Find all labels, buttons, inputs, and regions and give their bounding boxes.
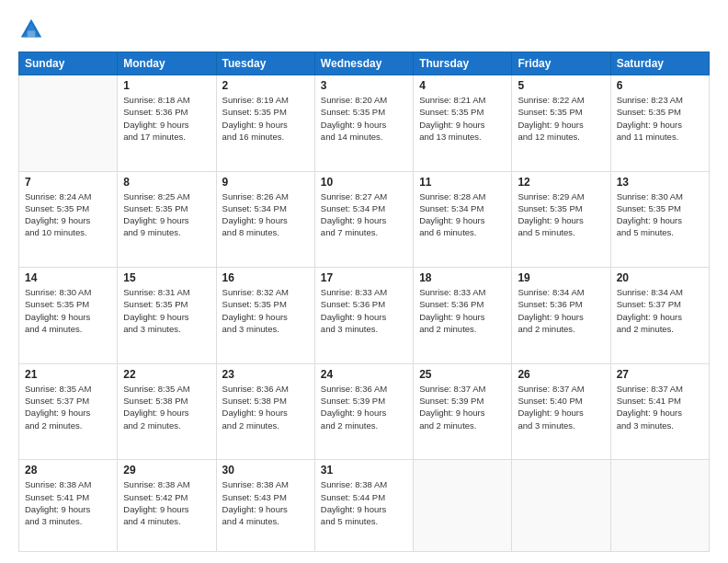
day-info: Sunrise: 8:34 AM Sunset: 5:36 PM Dayligh… bbox=[518, 286, 604, 335]
calendar-cell: 16Sunrise: 8:32 AM Sunset: 5:35 PM Dayli… bbox=[216, 268, 314, 364]
day-info: Sunrise: 8:36 AM Sunset: 5:38 PM Dayligh… bbox=[222, 383, 309, 431]
day-number: 7 bbox=[25, 176, 111, 189]
calendar-cell: 24Sunrise: 8:36 AM Sunset: 5:39 PM Dayli… bbox=[314, 363, 413, 460]
day-info: Sunrise: 8:24 AM Sunset: 5:35 PM Dayligh… bbox=[25, 190, 111, 239]
calendar-cell: 3Sunrise: 8:20 AM Sunset: 5:35 PM Daylig… bbox=[314, 75, 413, 172]
day-info: Sunrise: 8:26 AM Sunset: 5:34 PM Dayligh… bbox=[222, 190, 309, 239]
day-info: Sunrise: 8:36 AM Sunset: 5:39 PM Dayligh… bbox=[321, 383, 407, 431]
calendar-cell: 14Sunrise: 8:30 AM Sunset: 5:35 PM Dayli… bbox=[19, 268, 118, 364]
calendar-cell: 20Sunrise: 8:34 AM Sunset: 5:37 PM Dayli… bbox=[610, 268, 709, 364]
day-info: Sunrise: 8:32 AM Sunset: 5:35 PM Dayligh… bbox=[222, 286, 309, 335]
day-header-monday: Monday bbox=[118, 52, 216, 75]
day-number: 4 bbox=[419, 79, 506, 92]
calendar-cell: 19Sunrise: 8:34 AM Sunset: 5:36 PM Dayli… bbox=[512, 268, 610, 364]
day-info: Sunrise: 8:20 AM Sunset: 5:35 PM Dayligh… bbox=[321, 94, 407, 143]
day-info: Sunrise: 8:29 AM Sunset: 5:35 PM Dayligh… bbox=[518, 190, 604, 239]
day-number: 30 bbox=[222, 464, 309, 477]
calendar-cell: 10Sunrise: 8:27 AM Sunset: 5:34 PM Dayli… bbox=[314, 171, 413, 268]
day-info: Sunrise: 8:30 AM Sunset: 5:35 PM Dayligh… bbox=[617, 190, 703, 239]
day-number: 17 bbox=[321, 271, 407, 284]
day-number: 21 bbox=[25, 368, 111, 381]
day-number: 25 bbox=[419, 368, 506, 381]
calendar-cell: 23Sunrise: 8:36 AM Sunset: 5:38 PM Dayli… bbox=[216, 363, 314, 460]
day-info: Sunrise: 8:33 AM Sunset: 5:36 PM Dayligh… bbox=[419, 286, 506, 335]
calendar-cell bbox=[19, 75, 118, 172]
calendar-cell: 28Sunrise: 8:38 AM Sunset: 5:41 PM Dayli… bbox=[19, 460, 118, 552]
day-number: 15 bbox=[123, 271, 210, 284]
calendar-cell: 2Sunrise: 8:19 AM Sunset: 5:35 PM Daylig… bbox=[216, 75, 314, 172]
day-info: Sunrise: 8:21 AM Sunset: 5:35 PM Dayligh… bbox=[419, 94, 506, 143]
calendar-cell: 9Sunrise: 8:26 AM Sunset: 5:34 PM Daylig… bbox=[216, 171, 314, 268]
day-info: Sunrise: 8:22 AM Sunset: 5:35 PM Dayligh… bbox=[518, 94, 604, 143]
day-info: Sunrise: 8:33 AM Sunset: 5:36 PM Dayligh… bbox=[321, 286, 407, 335]
day-info: Sunrise: 8:25 AM Sunset: 5:35 PM Dayligh… bbox=[123, 190, 210, 239]
day-info: Sunrise: 8:35 AM Sunset: 5:38 PM Dayligh… bbox=[123, 383, 210, 431]
calendar-cell: 29Sunrise: 8:38 AM Sunset: 5:42 PM Dayli… bbox=[118, 460, 216, 552]
day-info: Sunrise: 8:31 AM Sunset: 5:35 PM Dayligh… bbox=[123, 286, 210, 335]
day-number: 9 bbox=[222, 176, 309, 189]
day-number: 23 bbox=[222, 368, 309, 381]
day-header-sunday: Sunday bbox=[19, 52, 118, 75]
day-info: Sunrise: 8:38 AM Sunset: 5:44 PM Dayligh… bbox=[321, 478, 407, 527]
day-info: Sunrise: 8:37 AM Sunset: 5:39 PM Dayligh… bbox=[419, 383, 506, 431]
day-number: 28 bbox=[25, 464, 111, 477]
calendar-week-row: 21Sunrise: 8:35 AM Sunset: 5:37 PM Dayli… bbox=[19, 363, 710, 460]
day-number: 3 bbox=[321, 79, 407, 92]
day-info: Sunrise: 8:38 AM Sunset: 5:41 PM Dayligh… bbox=[25, 478, 111, 527]
day-info: Sunrise: 8:37 AM Sunset: 5:40 PM Dayligh… bbox=[518, 383, 604, 431]
calendar-week-row: 28Sunrise: 8:38 AM Sunset: 5:41 PM Dayli… bbox=[19, 460, 710, 552]
day-number: 14 bbox=[25, 271, 111, 284]
day-number: 19 bbox=[518, 271, 604, 284]
calendar-cell bbox=[414, 460, 512, 552]
calendar-cell: 13Sunrise: 8:30 AM Sunset: 5:35 PM Dayli… bbox=[610, 171, 709, 268]
calendar-cell bbox=[610, 460, 709, 552]
day-info: Sunrise: 8:18 AM Sunset: 5:36 PM Dayligh… bbox=[123, 94, 210, 143]
day-number: 16 bbox=[222, 271, 309, 284]
svg-rect-2 bbox=[28, 30, 35, 37]
day-info: Sunrise: 8:23 AM Sunset: 5:35 PM Dayligh… bbox=[617, 94, 703, 143]
calendar-header-row: SundayMondayTuesdayWednesdayThursdayFrid… bbox=[19, 52, 710, 75]
day-number: 11 bbox=[419, 176, 506, 189]
calendar-cell: 17Sunrise: 8:33 AM Sunset: 5:36 PM Dayli… bbox=[314, 268, 413, 364]
day-header-friday: Friday bbox=[512, 52, 610, 75]
day-number: 2 bbox=[222, 79, 309, 92]
day-number: 10 bbox=[321, 176, 407, 189]
day-info: Sunrise: 8:35 AM Sunset: 5:37 PM Dayligh… bbox=[25, 383, 111, 431]
calendar-cell: 18Sunrise: 8:33 AM Sunset: 5:36 PM Dayli… bbox=[414, 268, 512, 364]
day-info: Sunrise: 8:30 AM Sunset: 5:35 PM Dayligh… bbox=[25, 286, 111, 335]
calendar-cell: 11Sunrise: 8:28 AM Sunset: 5:34 PM Dayli… bbox=[414, 171, 512, 268]
day-header-saturday: Saturday bbox=[610, 52, 709, 75]
day-number: 13 bbox=[617, 176, 703, 189]
header bbox=[18, 17, 710, 42]
day-info: Sunrise: 8:28 AM Sunset: 5:34 PM Dayligh… bbox=[419, 190, 506, 239]
calendar-cell: 15Sunrise: 8:31 AM Sunset: 5:35 PM Dayli… bbox=[118, 268, 216, 364]
logo bbox=[18, 17, 48, 42]
calendar-cell: 26Sunrise: 8:37 AM Sunset: 5:40 PM Dayli… bbox=[512, 363, 610, 460]
day-number: 26 bbox=[518, 368, 604, 381]
day-header-tuesday: Tuesday bbox=[216, 52, 314, 75]
day-info: Sunrise: 8:19 AM Sunset: 5:35 PM Dayligh… bbox=[222, 94, 309, 143]
day-number: 24 bbox=[321, 368, 407, 381]
calendar-cell: 30Sunrise: 8:38 AM Sunset: 5:43 PM Dayli… bbox=[216, 460, 314, 552]
calendar-cell: 6Sunrise: 8:23 AM Sunset: 5:35 PM Daylig… bbox=[610, 75, 709, 172]
page: SundayMondayTuesdayWednesdayThursdayFrid… bbox=[0, 0, 728, 563]
day-number: 29 bbox=[123, 464, 210, 477]
day-number: 1 bbox=[123, 79, 210, 92]
logo-icon bbox=[18, 17, 44, 42]
calendar-cell: 12Sunrise: 8:29 AM Sunset: 5:35 PM Dayli… bbox=[512, 171, 610, 268]
day-info: Sunrise: 8:38 AM Sunset: 5:42 PM Dayligh… bbox=[123, 478, 210, 527]
calendar-cell: 4Sunrise: 8:21 AM Sunset: 5:35 PM Daylig… bbox=[414, 75, 512, 172]
calendar-cell bbox=[512, 460, 610, 552]
calendar-table: SundayMondayTuesdayWednesdayThursdayFrid… bbox=[18, 52, 710, 552]
calendar-cell: 27Sunrise: 8:37 AM Sunset: 5:41 PM Dayli… bbox=[610, 363, 709, 460]
day-number: 8 bbox=[123, 176, 210, 189]
day-number: 27 bbox=[617, 368, 703, 381]
calendar-cell: 25Sunrise: 8:37 AM Sunset: 5:39 PM Dayli… bbox=[414, 363, 512, 460]
calendar-cell: 1Sunrise: 8:18 AM Sunset: 5:36 PM Daylig… bbox=[118, 75, 216, 172]
day-info: Sunrise: 8:27 AM Sunset: 5:34 PM Dayligh… bbox=[321, 190, 407, 239]
calendar-cell: 21Sunrise: 8:35 AM Sunset: 5:37 PM Dayli… bbox=[19, 363, 118, 460]
day-number: 18 bbox=[419, 271, 506, 284]
calendar-week-row: 14Sunrise: 8:30 AM Sunset: 5:35 PM Dayli… bbox=[19, 268, 710, 364]
day-header-wednesday: Wednesday bbox=[314, 52, 413, 75]
day-number: 31 bbox=[321, 464, 407, 477]
